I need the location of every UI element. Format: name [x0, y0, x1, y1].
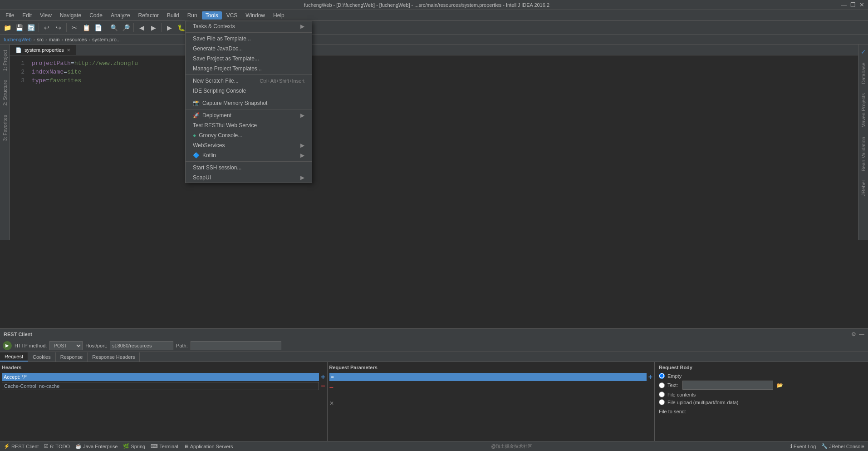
file-tab-close[interactable]: ✕ — [67, 48, 70, 53]
menu-refactor[interactable]: Refactor — [135, 11, 162, 20]
menu-help[interactable]: Help — [270, 11, 288, 20]
toolbar-run-btn[interactable]: ▶ — [164, 22, 175, 33]
servers-icon: 🖥 — [184, 444, 189, 449]
sidebar-bean-validation[interactable]: Bean Validation — [860, 133, 867, 175]
menu-item-manage-templates[interactable]: Manage Project Templates... — [186, 64, 312, 74]
menu-build[interactable]: Build — [163, 11, 183, 20]
menu-view[interactable]: View — [36, 11, 55, 20]
sidebar-item-favorites[interactable]: 3: Favorites — [1, 111, 9, 144]
menu-item-test-restful[interactable]: Test RESTful Web Service — [186, 120, 312, 130]
status-app-servers[interactable]: 🖥 Application Servers — [184, 443, 233, 449]
toolbar-project-btn[interactable]: 📁 — [2, 22, 13, 33]
path-input[interactable] — [191, 341, 281, 350]
breadcrumb-file[interactable]: system.pro... — [92, 37, 121, 42]
webservices-label: WebServices — [193, 142, 225, 149]
window-controls[interactable]: — ❐ ✕ — [841, 1, 864, 8]
headers-add-btn[interactable]: + — [321, 373, 325, 381]
menu-navigate[interactable]: Navigate — [56, 11, 85, 20]
main-layout: 1: Project 2: Structure 3: Favorites 📄 s… — [0, 45, 868, 240]
toolbar-sync-btn[interactable]: 🔄 — [25, 22, 36, 33]
menu-item-soapui[interactable]: SoapUI ▶ — [186, 173, 312, 183]
toolbar-replace-btn[interactable]: 🔎 — [120, 22, 131, 33]
maximize-btn[interactable]: ❐ — [850, 1, 856, 8]
status-terminal[interactable]: ⌨ Terminal — [151, 443, 178, 449]
menu-item-generate-javadoc[interactable]: Generate JavaDoc... — [186, 44, 312, 54]
menu-item-save-template[interactable]: Save File as Template... — [186, 34, 312, 44]
toolbar-copy-btn[interactable]: 📋 — [81, 22, 92, 33]
menu-item-kotlin[interactable]: 🔷 Kotlin ▶ — [186, 150, 312, 160]
panel-settings-icon[interactable]: ⚙ — [851, 331, 856, 337]
rest-run-button[interactable]: ▶ — [3, 341, 12, 350]
close-btn[interactable]: ✕ — [859, 1, 864, 8]
menu-item-ide-scripting[interactable]: IDE Scripting Console — [186, 86, 312, 96]
headers-remove-btn[interactable]: − — [321, 382, 325, 390]
radio-file-contents[interactable] — [659, 392, 665, 397]
tab-response[interactable]: Response — [56, 352, 88, 362]
menu-run[interactable]: Run — [184, 11, 201, 20]
status-event-log[interactable]: ℹ Event Log — [790, 443, 816, 449]
sidebar-maven[interactable]: Maven Projects — [860, 89, 867, 131]
check-mark-icon[interactable]: ✓ — [859, 46, 868, 57]
radio-file-upload[interactable] — [659, 399, 665, 405]
menu-item-save-project[interactable]: Save Project as Template... — [186, 54, 312, 64]
breadcrumb-resources[interactable]: resources — [65, 37, 87, 42]
header-input-2[interactable] — [2, 382, 319, 390]
header-input-1[interactable] — [2, 373, 319, 381]
sidebar-item-project[interactable]: 1: Project — [1, 46, 9, 74]
status-todo[interactable]: ☑ 6: TODO — [44, 443, 70, 449]
menu-tools[interactable]: Tools — [202, 11, 222, 20]
text-body-icon[interactable]: 📂 — [777, 382, 783, 388]
toolbar-redo-btn[interactable]: ↪ — [53, 22, 64, 33]
code-editor[interactable]: 1 2 3 projectPath=http://www.zhongfu ind… — [10, 55, 858, 240]
sidebar-jrebel[interactable]: JRebel — [860, 177, 867, 199]
menu-item-deployment[interactable]: 🚀 Deployment ▶ — [186, 110, 312, 120]
tab-request[interactable]: Request — [0, 352, 28, 362]
radio-empty[interactable] — [659, 373, 665, 379]
file-tab-system-properties[interactable]: 📄 system.properties ✕ — [10, 45, 76, 55]
option-file-upload: File upload (multipart/form-data) — [659, 399, 864, 405]
toolbar-save-btn[interactable]: 💾 — [14, 22, 25, 33]
sidebar-item-structure[interactable]: 2: Structure — [1, 76, 9, 109]
menu-window[interactable]: Window — [242, 11, 269, 20]
breadcrumb-project[interactable]: fuchengWeb — [4, 37, 32, 42]
breadcrumb-src[interactable]: src — [37, 37, 44, 42]
menu-vcs[interactable]: VCS — [223, 11, 241, 20]
menu-code[interactable]: Code — [86, 11, 106, 20]
tab-cookies[interactable]: Cookies — [28, 352, 56, 362]
toolbar-paste-btn[interactable]: 📄 — [93, 22, 103, 33]
status-jrebel-console[interactable]: 🔧 JRebel Console — [821, 443, 864, 449]
toolbar-undo-btn[interactable]: ↩ — [41, 22, 52, 33]
menu-item-ssh-session[interactable]: Start SSH session... — [186, 163, 312, 173]
status-rest-client[interactable]: ⚡ REST Client — [4, 443, 39, 449]
label-empty: Empty — [667, 373, 682, 379]
http-method-select[interactable]: POST GET PUT DELETE — [49, 341, 83, 350]
toolbar-back-btn[interactable]: ◀ — [136, 22, 147, 33]
menu-item-tasks[interactable]: Tasks & Contexts ▶ — [186, 21, 312, 31]
menu-analyze[interactable]: Analyze — [107, 11, 134, 20]
rest-toolbar: ▶ HTTP method: POST GET PUT DELETE Host/… — [0, 339, 868, 352]
menu-file[interactable]: File — [2, 11, 18, 20]
sidebar-database[interactable]: Database — [860, 59, 867, 88]
radio-text[interactable] — [659, 382, 665, 388]
menu-item-webservices[interactable]: WebServices ▶ — [186, 140, 312, 150]
minimize-btn[interactable]: — — [841, 1, 847, 8]
host-port-input[interactable] — [110, 341, 173, 350]
menu-item-new-scratch[interactable]: New Scratch File... Ctrl+Alt+Shift+Inser… — [186, 76, 312, 86]
breadcrumb-main[interactable]: main — [49, 37, 60, 42]
status-spring[interactable]: 🌿 Spring — [123, 443, 145, 449]
menu-edit[interactable]: Edit — [19, 11, 35, 20]
params-remove-btn[interactable]: − — [329, 383, 333, 391]
toolbar-forward-btn[interactable]: ▶ — [148, 22, 159, 33]
param-input-1[interactable] — [329, 373, 647, 381]
code-content[interactable]: projectPath=http://www.zhongfu indexName… — [28, 59, 858, 236]
menu-item-groovy-console[interactable]: ● Groovy Console... — [186, 130, 312, 140]
toolbar-cut-btn[interactable]: ✂ — [69, 22, 80, 33]
panel-minimize-icon[interactable]: — — [859, 331, 864, 337]
params-clear-btn[interactable]: ✕ — [329, 400, 334, 406]
tab-response-headers[interactable]: Response Headers — [88, 352, 140, 362]
text-body-input[interactable] — [682, 381, 773, 390]
status-java-enterprise[interactable]: ☕ Java Enterprise — [75, 443, 118, 449]
toolbar-search-btn[interactable]: 🔍 — [108, 22, 119, 33]
menu-item-capture-memory[interactable]: 📸 Capture Memory Snapshot — [186, 98, 312, 108]
params-add-btn[interactable]: + — [648, 373, 652, 381]
